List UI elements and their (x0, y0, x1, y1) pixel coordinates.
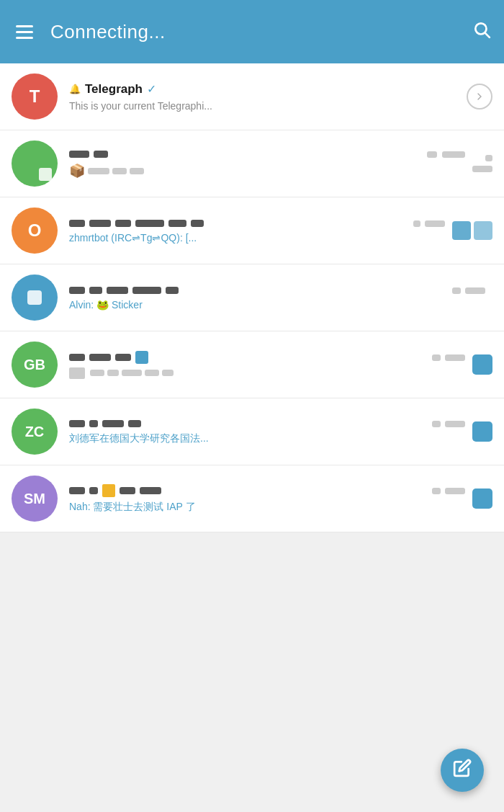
name-blur-4b (89, 287, 102, 294)
name-blur-1 (69, 151, 89, 158)
chat-right-5 (472, 354, 492, 375)
chat-item-3[interactable]: O zhmrtbot (IRC⇌Tg⇌QQ): [... (0, 197, 504, 264)
chat-item-telegraph[interactable]: T 🔔 Telegraph ✓ This is your current Tel… (0, 63, 504, 130)
avatar-telegraph: T (12, 73, 58, 120)
avatar-inner-icon (39, 168, 52, 181)
chat-preview-row-2: 📦 (69, 163, 465, 179)
chat-content-7: Nah: 需要壮士去测试 IAP 了 (69, 484, 465, 514)
chat-right-6 (472, 421, 492, 442)
chat-time-2 (427, 148, 465, 159)
chat-name-area-4 (69, 287, 446, 294)
chat-top-row-6 (69, 418, 465, 429)
chat-preview: This is your current Telegraphi... (69, 100, 212, 112)
bot-icon-3b (474, 221, 492, 240)
chat-time-7 (432, 485, 465, 496)
verified-badge: ✓ (147, 82, 156, 96)
chat-preview-4: Alvin: 🐸 Sticker (69, 299, 143, 311)
time-blur-5b (445, 354, 465, 361)
chat-time-4 (452, 285, 485, 295)
name-blur-6d (128, 420, 141, 427)
chat-time-3 (413, 218, 445, 228)
chat-content-6: 刘德军在德国大学研究各国法... (69, 418, 465, 445)
chat-right-3 (452, 221, 492, 240)
name-blur-4a (69, 287, 85, 294)
avatar-square-4 (27, 290, 42, 305)
chat-right-2 (472, 155, 492, 172)
name-blur-3c (115, 220, 131, 227)
chat-item-6[interactable]: ZC 刘德军在德国大学研究各国法... (0, 398, 504, 465)
name-blur-7d (140, 487, 161, 494)
menu-button[interactable] (13, 22, 36, 42)
avatar-letter-3: O (28, 220, 42, 241)
chat-item-4[interactable]: Alvin: 🐸 Sticker (0, 264, 504, 331)
chat-top-row-5 (69, 351, 465, 364)
forward-icon (467, 84, 492, 110)
chat-content-2: 📦 (69, 148, 465, 179)
preview-icon-5 (69, 367, 85, 379)
avatar-letter-7: SM (24, 491, 45, 507)
chat-name: Telegraph (85, 82, 143, 97)
chat-content-5 (69, 351, 465, 379)
name-blur-6c (102, 420, 124, 427)
avatar-7: SM (12, 476, 58, 522)
compose-fab-button[interactable] (441, 749, 484, 792)
chat-content-3: zhmrtbot (IRC⇌Tg⇌QQ): [... (69, 218, 445, 244)
preview-blur-2 (112, 168, 127, 174)
name-blur-4c (107, 287, 128, 294)
chat-name-area-6 (69, 420, 426, 427)
preview-emoji: 📦 (69, 163, 85, 179)
time-blur-4 (452, 287, 461, 294)
chat-right-telegraph (467, 84, 492, 110)
preview-blur-5a (90, 370, 104, 376)
unread-square-5 (135, 351, 148, 364)
name-blur-4d (132, 287, 161, 294)
chat-preview-row-4: Alvin: 🐸 Sticker (69, 299, 485, 311)
chat-item-5[interactable]: GB (0, 331, 504, 398)
avatar-5: GB (12, 342, 58, 388)
name-blur-4e (166, 287, 179, 294)
preview-blur-5d (145, 370, 159, 376)
name-blur-3a (69, 220, 85, 227)
header-title: Connecting... (50, 21, 458, 43)
svg-line-1 (485, 32, 490, 37)
name-blur-5b (89, 354, 111, 361)
time-blur-2 (442, 151, 465, 158)
chat-preview-3: zhmrtbot (IRC⇌Tg⇌QQ): [... (69, 232, 197, 244)
chat-preview-7: Nah: 需要壮士去测试 IAP 了 (69, 501, 196, 514)
name-blur-7c (120, 487, 135, 494)
name-blur-6a (69, 420, 85, 427)
unread-blur (485, 155, 492, 161)
compose-fab-icon (453, 759, 472, 782)
chat-name-area-3 (69, 220, 408, 227)
time-blur-7b (445, 488, 465, 494)
avatar-6: ZC (12, 409, 58, 455)
bot-icon-7 (472, 488, 492, 509)
chat-preview-row-7: Nah: 需要壮士去测试 IAP 了 (69, 501, 465, 514)
name-blur-3e (168, 220, 186, 227)
mute-icon: 🔔 (69, 84, 81, 94)
chat-preview-row-6: 刘德军在德国大学研究各国法... (69, 432, 465, 445)
time-blur-4b (465, 287, 485, 294)
chat-item-7[interactable]: SM Nah: 需要壮士去测试 IAP 了 (0, 465, 504, 532)
avatar-letter-6: ZC (25, 424, 45, 440)
chat-item-2[interactable]: 📦 (0, 130, 504, 197)
chat-top-row: 🔔 Telegraph ✓ (69, 82, 459, 97)
chat-time-5 (432, 352, 465, 362)
preview-blur-5b (107, 370, 119, 376)
preview-blur-3 (130, 168, 144, 174)
time-blur-7 (432, 488, 441, 494)
time-blur-5 (432, 354, 441, 361)
name-blur-3d (135, 220, 164, 227)
time-blur-3b (425, 220, 445, 227)
search-button[interactable] (472, 20, 491, 44)
name-blur-5a (69, 354, 85, 361)
bot-icon-3 (452, 221, 471, 240)
name-blur-3b (89, 220, 111, 227)
avatar-letter-5: GB (24, 357, 45, 373)
name-blur-7a (69, 487, 85, 494)
chat-preview-row-5 (69, 367, 465, 379)
chat-content-4: Alvin: 🐸 Sticker (69, 285, 485, 311)
preview-blur-5c (122, 370, 142, 376)
chat-top-row-3 (69, 218, 445, 228)
bot-icon-6 (472, 421, 492, 442)
